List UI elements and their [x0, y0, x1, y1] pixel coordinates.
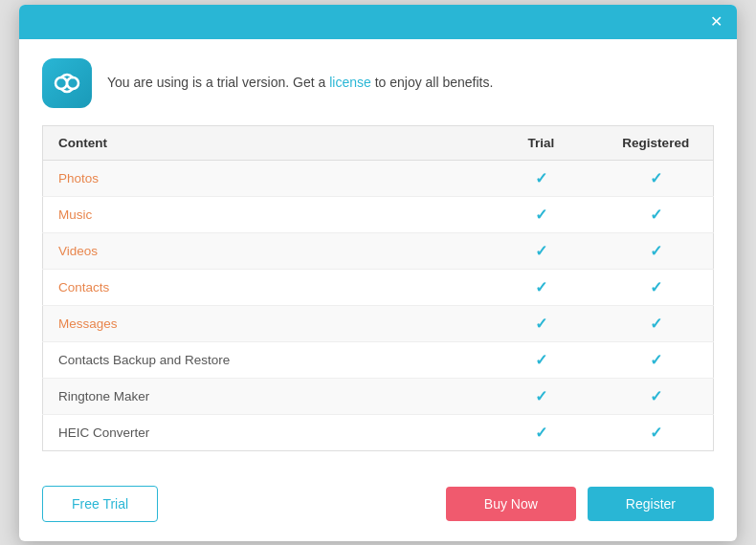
table-cell-trial: ✓	[484, 160, 599, 196]
message-before-link: You are using is a trial version. Get a	[107, 75, 329, 90]
check-icon: ✓	[535, 352, 547, 368]
table-cell-trial: ✓	[484, 305, 599, 341]
col-header-registered: Registered	[599, 125, 714, 160]
table-cell-content: Ringtone Maker	[43, 378, 484, 414]
table-cell-registered: ✓	[599, 160, 714, 196]
svg-point-1	[67, 77, 78, 89]
free-trial-button[interactable]: Free Trial	[42, 486, 158, 522]
table-cell-registered: ✓	[599, 232, 714, 269]
table-cell-trial: ✓	[484, 414, 599, 450]
table-cell-content: Music	[43, 196, 484, 232]
table-row: Music✓✓	[43, 196, 714, 232]
table-cell-trial: ✓	[484, 269, 599, 305]
table-cell-trial: ✓	[484, 341, 599, 378]
table-row: HEIC Converter✓✓	[43, 414, 714, 450]
table-cell-registered: ✓	[599, 378, 714, 414]
check-icon: ✓	[650, 316, 662, 332]
dialog-body: You are using is a trial version. Get a …	[19, 39, 737, 470]
check-icon: ✓	[650, 170, 662, 186]
table-row: Messages✓✓	[43, 305, 714, 341]
message-after-link: to enjoy all benefits.	[371, 75, 494, 90]
header-row: You are using is a trial version. Get a …	[42, 58, 714, 108]
license-link[interactable]: license	[329, 75, 371, 90]
table-row: Ringtone Maker✓✓	[43, 378, 714, 414]
table-cell-registered: ✓	[599, 196, 714, 232]
table-cell-trial: ✓	[484, 196, 599, 232]
header-message: You are using is a trial version. Get a …	[107, 73, 493, 93]
check-icon: ✓	[535, 316, 547, 332]
check-icon: ✓	[650, 279, 662, 295]
close-button[interactable]: ✕	[706, 12, 725, 32]
check-icon: ✓	[650, 388, 662, 404]
check-icon: ✓	[535, 170, 547, 186]
col-header-content: Content	[43, 125, 484, 160]
table-row: Videos✓✓	[43, 232, 714, 269]
table-cell-registered: ✓	[599, 305, 714, 341]
table-cell-content: Messages	[43, 305, 484, 341]
check-icon: ✓	[650, 425, 662, 441]
table-cell-registered: ✓	[599, 269, 714, 305]
col-header-trial: Trial	[484, 125, 599, 160]
table-cell-registered: ✓	[599, 414, 714, 450]
footer: Free Trial Buy Now Register	[19, 470, 737, 541]
check-icon: ✓	[650, 352, 662, 368]
table-cell-content: Photos	[43, 160, 484, 196]
table-row: Photos✓✓	[43, 160, 714, 196]
table-cell-content: HEIC Converter	[43, 414, 484, 450]
table-header-row: Content Trial Registered	[43, 125, 714, 160]
table-row: Contacts Backup and Restore✓✓	[43, 341, 714, 378]
table-cell-trial: ✓	[484, 378, 599, 414]
table-cell-content: Contacts Backup and Restore	[43, 341, 484, 378]
svg-point-0	[56, 77, 67, 89]
table-cell-content: Contacts	[43, 269, 484, 305]
check-icon: ✓	[535, 279, 547, 295]
check-icon: ✓	[650, 207, 662, 223]
check-icon: ✓	[535, 425, 547, 441]
comparison-table: Content Trial Registered Photos✓✓Music✓✓…	[42, 125, 714, 451]
buy-now-button[interactable]: Buy Now	[446, 487, 576, 521]
check-icon: ✓	[650, 243, 662, 259]
check-icon: ✓	[535, 207, 547, 223]
table-row: Contacts✓✓	[43, 269, 714, 305]
dialog-window: ✕ You are using is a trial version. Get …	[19, 5, 737, 541]
right-buttons: Buy Now Register	[446, 487, 714, 521]
register-button[interactable]: Register	[588, 487, 714, 521]
title-bar: ✕	[19, 5, 737, 39]
table-cell-trial: ✓	[484, 232, 599, 269]
table-cell-content: Videos	[43, 232, 484, 269]
check-icon: ✓	[535, 388, 547, 404]
app-icon	[42, 58, 92, 108]
check-icon: ✓	[535, 243, 547, 259]
table-cell-registered: ✓	[599, 341, 714, 378]
